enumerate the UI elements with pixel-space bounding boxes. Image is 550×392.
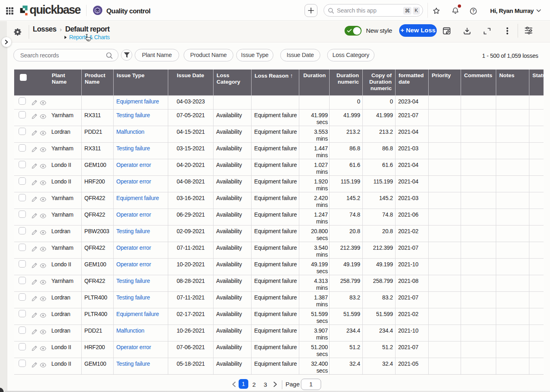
svg-text:?: ? — [472, 9, 474, 13]
